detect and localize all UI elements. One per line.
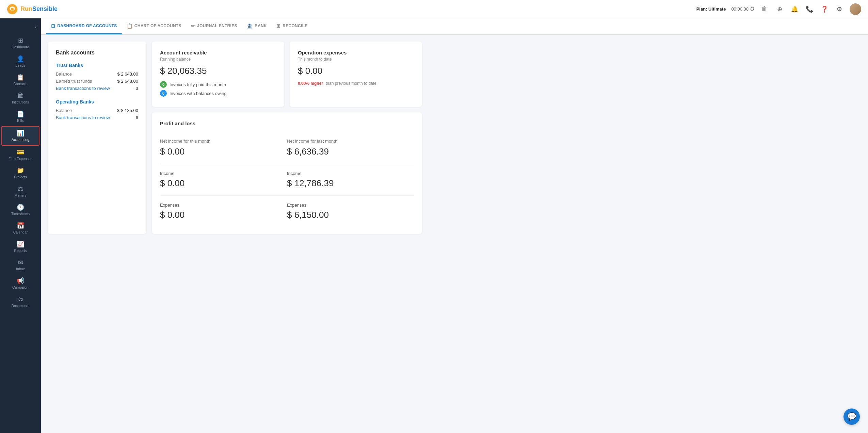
trust-earned-value: $ 2,648.00 <box>117 79 138 84</box>
sidebar-item-institutions[interactable]: 🏛 Institutions <box>1 89 39 108</box>
trust-review-value: 3 <box>136 86 138 91</box>
trust-earned-label: Earned trust funds <box>56 79 92 84</box>
sidebar-item-contacts[interactable]: 📋 Contacts <box>1 71 39 89</box>
operation-expenses-card: Operation expenses This month to date $ … <box>290 42 422 107</box>
sidebar-item-accounting[interactable]: 📊 Accounting <box>1 126 39 146</box>
ar-invoices-paid-row: 0 Invoices fully paid this month <box>160 81 276 88</box>
campaign-icon: 📢 <box>17 278 24 284</box>
operating-banks-section: Operating Banks Balance $-8,135.00 Bank … <box>56 99 138 120</box>
sidebar-item-inbox[interactable]: ✉ Inbox <box>1 256 39 274</box>
timer-icon[interactable]: ⏱ <box>750 6 754 12</box>
sidebar-item-calendar[interactable]: 📅 Calendar <box>1 219 39 238</box>
top-row-cards: Account receivable Running balance $ 20,… <box>152 42 422 107</box>
sidebar-label-dashboard: Dashboard <box>12 45 29 49</box>
chat-bubble[interactable]: 💬 <box>843 408 860 425</box>
trust-balance-row: Balance $ 2,648.00 <box>56 71 138 77</box>
reports-icon: 📈 <box>17 241 24 247</box>
sidebar-item-leads[interactable]: 👤 Leads <box>1 52 39 71</box>
notification-icon[interactable]: 🔔 <box>790 4 799 14</box>
settings-icon[interactable]: ⚙ <box>835 4 844 14</box>
sidebar-label-institutions: Institutions <box>12 100 29 104</box>
profit-loss-grid: Net income for this month $ 0.00 Net inc… <box>160 133 414 226</box>
sidebar-label-campaign: Campaign <box>12 285 29 289</box>
pl-last-income-label: Income <box>287 171 414 176</box>
sidebar-item-projects[interactable]: 📁 Projects <box>1 164 39 182</box>
sidebar-collapse-area: ‹ <box>0 22 41 34</box>
tab-journal-entries[interactable]: ✏ JOURNAL ENTRIES <box>186 18 242 34</box>
sidebar-item-bills[interactable]: 📄 Bills <box>1 108 39 126</box>
sub-nav: ⊡ DASHBOARD OF ACCOUNTS 📋 CHART OF ACCOU… <box>41 18 868 35</box>
tab-chart-label: CHART OF ACCOUNTS <box>134 23 181 28</box>
timer-display: 00:00:00 ⏱ <box>731 6 754 12</box>
phone-icon[interactable]: 📞 <box>805 4 814 14</box>
bills-icon: 📄 <box>17 111 24 117</box>
operating-balance-row: Balance $-8,135.00 <box>56 108 138 113</box>
contacts-icon: 📋 <box>17 74 24 80</box>
sidebar-label-bills: Bills <box>17 118 23 123</box>
sidebar-item-campaign[interactable]: 📢 Campaign <box>1 274 39 293</box>
tab-bank[interactable]: 🏦 BANK <box>242 18 272 34</box>
sidebar-item-dashboard[interactable]: ⊞ Dashboard <box>1 34 39 52</box>
sidebar-label-firm-expenses: Firm Expenses <box>9 157 32 161</box>
sidebar-item-matters[interactable]: ⚖ Matters <box>1 182 39 201</box>
logo-run: Run <box>20 5 32 12</box>
oe-subtitle: This month to date <box>298 57 414 62</box>
pl-last-expenses: Expenses $ 6,150.00 <box>287 197 414 226</box>
trash-icon[interactable]: 🗑 <box>760 4 769 14</box>
tab-dashboard-accounts[interactable]: ⊡ DASHBOARD OF ACCOUNTS <box>46 18 122 34</box>
sidebar-label-contacts: Contacts <box>13 82 27 86</box>
operating-banks-title[interactable]: Operating Banks <box>56 99 138 105</box>
sidebar-label-documents: Documents <box>11 304 29 308</box>
add-icon[interactable]: ⊕ <box>775 4 784 14</box>
operating-balance-value: $-8,135.00 <box>117 108 138 113</box>
sidebar-item-timesheets[interactable]: 🕐 Timesheets <box>1 201 39 219</box>
tab-journal-icon: ✏ <box>191 23 195 29</box>
pl-last-income-value: $ 12,786.39 <box>287 178 414 189</box>
sidebar-label-accounting: Accounting <box>12 138 29 142</box>
sidebar-item-documents[interactable]: 🗂 Documents <box>1 293 39 311</box>
tab-bank-label: BANK <box>255 23 267 28</box>
pl-last-income: Income $ 12,786.39 <box>287 165 414 194</box>
ar-owing-label: Invoices with balances owing <box>170 91 227 96</box>
sidebar-label-matters: Matters <box>14 193 26 197</box>
operating-balance-label: Balance <box>56 108 72 113</box>
pl-this-net-value: $ 0.00 <box>160 146 287 157</box>
logo-sensible: Sensible <box>32 5 58 12</box>
trust-banks-title[interactable]: Trust Banks <box>56 63 138 68</box>
sidebar-collapse-button[interactable]: ‹ <box>35 24 37 30</box>
tab-reconcile-icon: ⊞ <box>276 23 280 29</box>
trust-balance-label: Balance <box>56 71 72 77</box>
operating-review-link[interactable]: Bank transactions to review <box>56 115 110 120</box>
sidebar-item-firm-expenses[interactable]: 💳 Firm Expenses <box>1 146 39 164</box>
sidebar-label-projects: Projects <box>14 175 27 179</box>
ar-owing-badge: 6 <box>160 90 167 97</box>
tab-dashboard-label: DASHBOARD OF ACCOUNTS <box>57 23 117 28</box>
trust-review-link[interactable]: Bank transactions to review <box>56 86 110 91</box>
operating-review-value: 6 <box>136 115 138 120</box>
account-receivable-card: Account receivable Running balance $ 20,… <box>152 42 284 107</box>
trust-review-row: Bank transactions to review 3 <box>56 86 138 91</box>
help-icon[interactable]: ❓ <box>820 4 829 14</box>
accounting-icon: 📊 <box>17 130 24 136</box>
matters-icon: ⚖ <box>18 186 23 192</box>
tab-reconcile[interactable]: ⊞ RECONCILE <box>272 18 312 34</box>
sidebar-label-calendar: Calendar <box>13 230 28 234</box>
trust-banks-section: Trust Banks Balance $ 2,648.00 Earned tr… <box>56 63 138 91</box>
tab-dashboard-icon: ⊡ <box>51 23 55 29</box>
oe-stats-row: 0.00% higher than previous month to date <box>298 81 414 86</box>
sidebar-label-leads: Leads <box>16 63 26 67</box>
pl-last-month-net: Net income for last month $ 6,636.39 <box>287 133 414 162</box>
pl-last-net-value: $ 6,636.39 <box>287 146 414 157</box>
avatar[interactable] <box>850 3 861 15</box>
svg-point-1 <box>11 8 14 11</box>
tab-chart-accounts[interactable]: 📋 CHART OF ACCOUNTS <box>122 18 186 34</box>
documents-icon: 🗂 <box>17 296 23 302</box>
oe-title: Operation expenses <box>298 50 414 55</box>
sidebar: ‹ ⊞ Dashboard 👤 Leads 📋 Contacts 🏛 Insti… <box>0 18 41 433</box>
projects-icon: 📁 <box>17 167 24 174</box>
logo[interactable]: RunSensible <box>7 4 58 15</box>
pl-this-income-value: $ 0.00 <box>160 178 287 189</box>
logo-icon <box>7 4 18 15</box>
sidebar-item-reports[interactable]: 📈 Reports <box>1 238 39 256</box>
trust-balance-value: $ 2,648.00 <box>117 71 138 77</box>
